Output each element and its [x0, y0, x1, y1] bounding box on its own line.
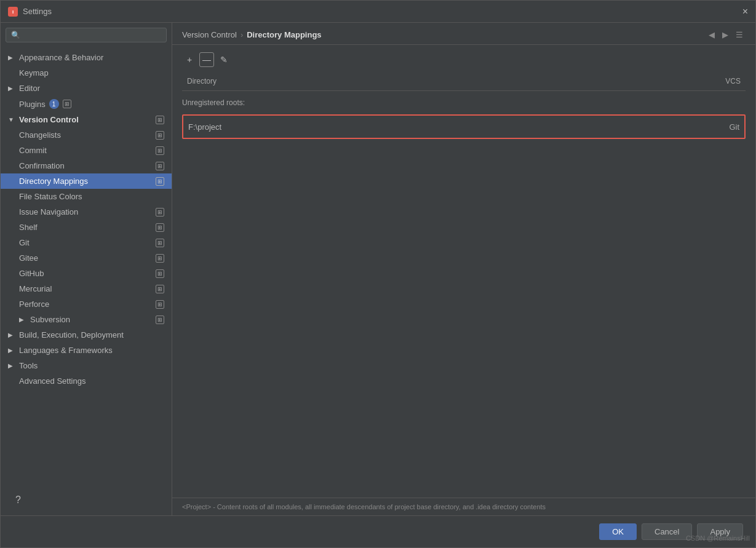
sidebar-item-tools[interactable]: ▶ Tools — [1, 358, 172, 373]
sidebar-item-shelf[interactable]: Shelf ⊞ — [1, 220, 172, 235]
sidebar-item-label: Build, Execution, Deployment — [19, 330, 124, 340]
breadcrumb-menu-icon[interactable]: ☰ — [733, 30, 746, 39]
chevron-right-icon: ▶ — [19, 316, 26, 323]
chevron-right-icon: ▶ — [8, 347, 15, 354]
sidebar-item-version-control[interactable]: ▼ Version Control ⊞ — [1, 112, 172, 127]
sidebar-item-label: Editor — [19, 84, 40, 93]
expand-icon: ⊞ — [156, 116, 164, 124]
expand-icon: ⊞ — [156, 146, 164, 155]
chevron-right-icon: ▶ — [8, 362, 15, 369]
add-button[interactable]: + — [182, 52, 197, 67]
sidebar-item-label: Keymap — [19, 68, 49, 77]
expand-icon: ⊞ — [156, 285, 164, 293]
sidebar-item-advanced-settings[interactable]: ▶ Advanced Settings — [1, 373, 172, 389]
sidebar-item-appearance[interactable]: ▶ Appearance & Behavior — [1, 50, 172, 65]
expand-icon: ⊞ — [156, 162, 164, 170]
sidebar-item-label: Directory Mappings — [19, 177, 88, 186]
panel-body: + — ✎ Directory VCS Unregistered roots: … — [172, 45, 755, 498]
sidebar-item-label: Appearance & Behavior — [19, 53, 103, 62]
app-icon: I — [8, 7, 18, 17]
sidebar-item-label: Subversion — [30, 315, 70, 324]
remove-button[interactable]: — — [199, 52, 214, 67]
sidebar-item-label: Confirmation — [19, 161, 65, 170]
expand-icon: ⊞ — [63, 100, 71, 108]
column-vcs: VCS — [684, 74, 746, 88]
bottom-bar: OK Cancel Apply — [1, 515, 755, 547]
directory-path: F:\project — [188, 122, 690, 132]
sidebar-item-label: Gitee — [19, 253, 38, 263]
unregistered-label: Unregistered roots: — [182, 96, 746, 109]
search-input[interactable] — [24, 31, 161, 39]
expand-icon: ⊞ — [156, 208, 164, 216]
sidebar-item-label: Perforce — [19, 300, 49, 309]
nav-forward-icon[interactable]: ▶ — [720, 30, 731, 39]
expand-icon: ⊞ — [156, 254, 164, 263]
window-title: Settings — [23, 7, 52, 16]
sidebar-item-label: GitHub — [19, 269, 44, 278]
sidebar-item-editor[interactable]: ▶ Editor — [1, 81, 172, 96]
settings-window: I Settings × 🔍 ▶ Appearance & Behavior ▶… — [0, 0, 756, 548]
cancel-button[interactable]: Cancel — [642, 523, 692, 540]
sidebar-item-directory-mappings[interactable]: Directory Mappings ⊞ — [1, 173, 172, 189]
sidebar-item-label: Commit — [19, 146, 47, 155]
close-button[interactable]: × — [742, 7, 748, 17]
sidebar-item-label: Changelists — [19, 130, 61, 140]
expand-icon: ⊞ — [156, 316, 164, 324]
expand-icon: ⊞ — [156, 223, 164, 232]
table-header: Directory VCS — [182, 72, 746, 91]
breadcrumb-parent: Version Control — [182, 30, 237, 39]
sidebar-item-mercurial[interactable]: Mercurial ⊞ — [1, 281, 172, 296]
expand-icon: ⊞ — [156, 269, 164, 278]
sidebar-item-confirmation[interactable]: Confirmation ⊞ — [1, 158, 172, 173]
search-box[interactable]: 🔍 — [6, 28, 167, 42]
sidebar-item-gitee[interactable]: Gitee ⊞ — [1, 250, 172, 266]
sidebar-item-perforce[interactable]: Perforce ⊞ — [1, 296, 172, 312]
expand-icon: ⊞ — [156, 300, 164, 309]
ok-button[interactable]: OK — [599, 523, 637, 540]
nav-back-icon[interactable]: ◀ — [706, 30, 717, 39]
sidebar-item-subversion[interactable]: ▶ Subversion ⊞ — [1, 312, 172, 327]
sidebar-item-label: Mercurial — [19, 284, 52, 293]
expand-icon: ⊞ — [156, 131, 164, 140]
expand-icon: ⊞ — [156, 239, 164, 247]
sidebar-item-plugins[interactable]: ▶ Plugins 1 ⊞ — [1, 96, 172, 112]
chevron-right-icon: ▶ — [8, 54, 15, 61]
expand-icon: ⊞ — [156, 177, 164, 186]
sidebar-item-label: Tools — [19, 361, 38, 370]
edit-button[interactable]: ✎ — [217, 52, 231, 67]
sidebar-item-label: Version Control — [19, 115, 79, 124]
sidebar-item-issue-navigation[interactable]: Issue Navigation ⊞ — [1, 204, 172, 220]
sidebar-item-github[interactable]: GitHub ⊞ — [1, 266, 172, 281]
sidebar-item-git[interactable]: Git ⊞ — [1, 235, 172, 250]
column-directory: Directory — [182, 74, 684, 88]
sidebar-item-file-status-colors[interactable]: File Status Colors — [1, 189, 172, 204]
vcs-name: Git — [690, 122, 739, 132]
toolbar: + — ✎ — [182, 52, 746, 67]
sidebar-item-label: Languages & Frameworks — [19, 346, 113, 355]
sidebar-item-changelists[interactable]: Changelists ⊞ — [1, 127, 172, 143]
breadcrumb-actions: ◀ ▶ ☰ — [706, 30, 746, 39]
title-bar: I Settings × — [1, 1, 755, 23]
sidebar-item-label: Plugins — [19, 100, 46, 109]
breadcrumb: Version Control › Directory Mappings — [182, 30, 322, 39]
watermark: CSDN @RemainsHill — [686, 534, 750, 542]
sidebar: 🔍 ▶ Appearance & Behavior ▶ Keymap ▶ Edi — [1, 23, 172, 515]
sidebar-item-label: Advanced Settings — [19, 376, 86, 386]
footer-note: <Project> - Content roots of all modules… — [182, 503, 546, 510]
sidebar-item-build[interactable]: ▶ Build, Execution, Deployment — [1, 327, 172, 343]
chevron-right-icon: ▶ — [8, 332, 15, 338]
help-icon[interactable]: ? — [8, 490, 164, 510]
unregistered-row[interactable]: F:\project Git — [182, 114, 746, 139]
sidebar-item-keymap[interactable]: ▶ Keymap — [1, 65, 172, 81]
sidebar-item-label: File Status Colors — [19, 192, 82, 201]
chevron-right-icon: ▶ — [8, 85, 15, 92]
panel-header: Version Control › Directory Mappings ◀ ▶… — [172, 23, 755, 45]
sidebar-item-commit[interactable]: Commit ⊞ — [1, 143, 172, 158]
sidebar-item-label: Git — [19, 238, 30, 247]
panel-footer: <Project> - Content roots of all modules… — [172, 498, 755, 515]
sidebar-item-label: Shelf — [19, 223, 38, 232]
svg-text:I: I — [12, 9, 14, 15]
sidebar-item-label: Issue Navigation — [19, 207, 78, 216]
main-content: 🔍 ▶ Appearance & Behavior ▶ Keymap ▶ Edi — [1, 23, 755, 515]
sidebar-item-languages[interactable]: ▶ Languages & Frameworks — [1, 343, 172, 358]
